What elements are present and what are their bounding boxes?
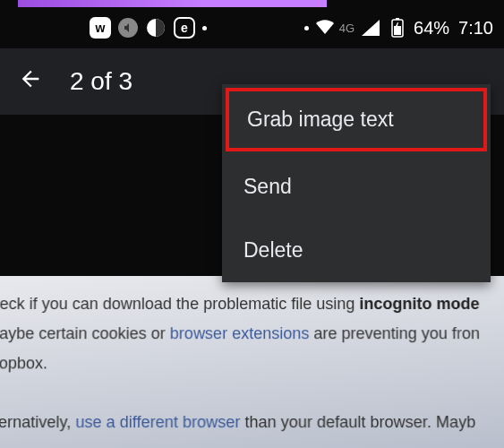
battery-percentage: 64% [414,18,449,39]
dnd-icon [145,17,167,39]
page-title: 2 of 3 [70,67,132,96]
battery-icon [387,17,408,39]
signal-icon [360,17,381,39]
context-menu: Grab image text Send Delete [222,84,491,282]
menu-item-delete[interactable]: Delete [222,219,491,282]
photo-preview[interactable]: eck if you can download the problematic … [0,276,504,448]
app-notification-w-icon: w [90,17,111,39]
clock: 7:10 [458,18,493,39]
photo-text-line: eck if you can download the problematic … [0,292,498,316]
photo-text-line: aybe certain cookies or browser extensio… [0,322,498,346]
svg-rect-2 [396,18,399,20]
app-notification-e-icon: e [174,17,195,39]
back-button[interactable] [18,66,43,98]
wifi-icon [314,17,336,39]
more-notifications-dot [202,26,207,30]
accent-strip [18,0,327,7]
more-notifications-dot-2 [304,26,309,30]
network-type: 4G [339,22,355,35]
photo-text-line: opbox. [0,351,498,375]
menu-item-grab-image-text[interactable]: Grab image text [226,88,487,151]
menu-item-send[interactable]: Send [222,155,491,219]
photo-text-line: ernatively, use a different browser than… [0,410,499,435]
status-bar: w e 4G 64% 7:10 [0,7,504,48]
sound-icon [118,18,138,38]
